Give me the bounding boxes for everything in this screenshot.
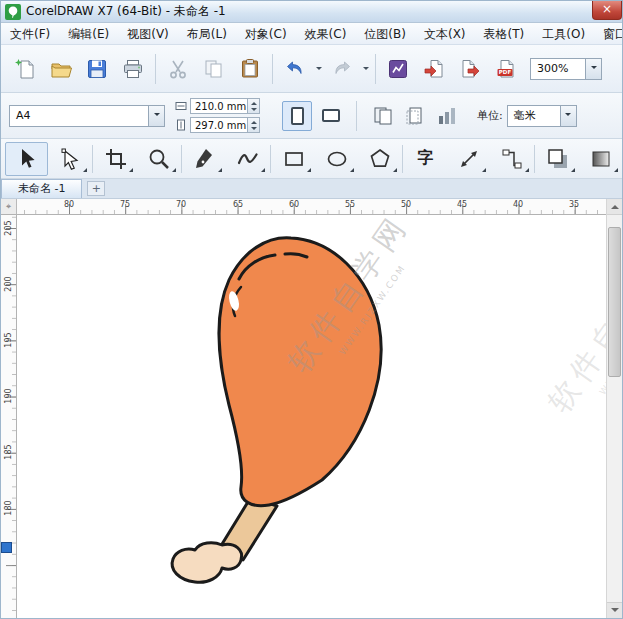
connector-tool[interactable] — [490, 142, 533, 176]
page-width-field[interactable]: 210.0 mm — [190, 98, 260, 114]
drawing-canvas[interactable]: 软件自学网 WWW.RJZXW.COM 软件自学网 WWW.RJZXW.COM — [17, 215, 606, 618]
drumstick-drawing[interactable] — [17, 215, 606, 618]
pick-tool[interactable] — [5, 142, 48, 176]
apply-current-page-button[interactable] — [399, 100, 431, 132]
paste-button[interactable] — [232, 51, 268, 87]
ellipse-tool[interactable] — [315, 142, 358, 176]
redo-button[interactable] — [324, 51, 360, 87]
page-height-field[interactable]: 297.0 mm — [190, 117, 260, 133]
ruler-label: 185 — [4, 442, 13, 462]
chevron-down-icon[interactable] — [585, 59, 601, 79]
toolbar-separator — [375, 54, 376, 84]
crop-tool[interactable] — [94, 142, 137, 176]
import-button[interactable] — [416, 51, 452, 87]
freehand-pen-tool[interactable] — [183, 142, 226, 176]
menu-item[interactable]: 工具(O) — [533, 23, 594, 45]
apply-all-pages-button[interactable] — [367, 100, 399, 132]
title-bar[interactable]: CorelDRAW X7 (64-Bit) - 未命名 -1 × — [1, 1, 622, 23]
scrollbar-thumb[interactable] — [608, 227, 621, 377]
save-button[interactable] — [79, 51, 115, 87]
new-document-button[interactable] — [7, 51, 43, 87]
horizontal-ruler[interactable]: 80757065605550454035 — [17, 199, 606, 215]
units-select[interactable]: 毫米 — [507, 105, 577, 127]
landscape-button[interactable] — [316, 101, 346, 131]
toolbar-separator — [155, 54, 156, 84]
portrait-button[interactable] — [282, 101, 312, 131]
text-tool[interactable]: 字 — [404, 142, 447, 176]
ruler-label: 70 — [176, 200, 186, 209]
zoom-level-select[interactable]: 300% — [530, 58, 602, 80]
coreldraw-window: CorelDRAW X7 (64-Bit) - 未命名 -1 × 文件(F) 编… — [0, 0, 623, 619]
menu-item[interactable]: 布局(L) — [178, 23, 236, 45]
toolbar-separator — [272, 54, 273, 84]
page-height-stepper[interactable] — [247, 118, 259, 132]
shape-tool[interactable] — [48, 142, 91, 176]
drop-shadow-tool[interactable] — [536, 142, 579, 176]
search-content-button[interactable] — [380, 51, 416, 87]
close-button[interactable]: × — [592, 1, 622, 20]
toolbox-separator — [270, 145, 271, 173]
ruler-label: 40 — [513, 200, 523, 209]
menu-item[interactable]: 位图(B) — [355, 23, 415, 45]
shape-arrow-icon — [58, 147, 82, 171]
document-tab[interactable]: 未命名 -1 — [1, 179, 82, 198]
menu-item[interactable]: 效果(C) — [296, 23, 356, 45]
toolbox-separator — [181, 145, 182, 173]
ruler-label: 180 — [4, 498, 13, 518]
open-button[interactable] — [43, 51, 79, 87]
ruler-label: 80 — [64, 200, 74, 209]
flyout-indicator — [307, 168, 311, 172]
left-edge-blue-marker — [1, 542, 12, 553]
squiggle-icon — [236, 147, 260, 171]
menu-item[interactable]: 表格(T) — [475, 23, 534, 45]
menu-item[interactable]: 窗口(W) — [594, 23, 623, 45]
toolbar-separator — [356, 101, 357, 131]
artistic-media-tool[interactable] — [226, 142, 269, 176]
dimension-tool[interactable] — [447, 142, 490, 176]
undo-button[interactable] — [277, 51, 313, 87]
menu-item[interactable]: 编辑(E) — [59, 23, 118, 45]
redo-dropdown[interactable] — [360, 51, 371, 87]
polygon-tool[interactable] — [358, 142, 401, 176]
page-height-icon — [175, 119, 187, 131]
page-width-stepper[interactable] — [247, 99, 259, 113]
toolbox-separator — [92, 145, 93, 173]
polygon-icon — [368, 147, 392, 171]
drumstick-body[interactable] — [219, 238, 381, 506]
page-size-select[interactable]: A4 — [9, 105, 165, 127]
scroll-up-button[interactable] — [607, 199, 622, 215]
menu-item[interactable]: 文件(F) — [1, 23, 59, 45]
menu-item[interactable]: 视图(V) — [118, 23, 178, 45]
ruler-origin-corner[interactable]: ⌖ — [1, 199, 17, 215]
standard-toolbar: PDF 300% — [1, 45, 622, 93]
property-bar: A4 210.0 mm 297.0 mm — [1, 93, 622, 139]
page-width-value: 210.0 mm — [195, 101, 246, 112]
chevron-down-icon[interactable] — [560, 106, 576, 126]
ruler-label: 65 — [233, 200, 243, 209]
zoom-tool[interactable] — [137, 142, 180, 176]
ruler-label: 205 — [4, 218, 13, 238]
vertical-scrollbar[interactable] — [606, 199, 622, 618]
print-button[interactable] — [115, 51, 151, 87]
cut-button[interactable] — [160, 51, 196, 87]
transparency-tool[interactable] — [579, 142, 622, 176]
units-value: 毫米 — [514, 108, 536, 123]
document-tab-bar: 未命名 -1 + — [1, 179, 622, 199]
menu-item[interactable]: 对象(C) — [236, 23, 296, 45]
vertical-ruler[interactable]: 205200195190185180 — [1, 215, 17, 618]
portrait-icon — [291, 107, 304, 125]
drumstick-bone-knob[interactable] — [172, 543, 241, 583]
menu-item[interactable]: 文本(X) — [415, 23, 475, 45]
ruler-label: 75 — [120, 200, 130, 209]
transparency-icon — [589, 147, 613, 171]
export-button[interactable] — [452, 51, 488, 87]
new-tab-button[interactable]: + — [87, 181, 105, 196]
undo-dropdown[interactable] — [313, 51, 324, 87]
rectangle-tool[interactable] — [272, 142, 315, 176]
chevron-down-icon[interactable] — [148, 106, 164, 126]
scroll-down-button[interactable] — [607, 602, 622, 618]
copy-button[interactable] — [196, 51, 232, 87]
publish-pdf-button[interactable]: PDF — [488, 51, 524, 87]
drawing-units-button[interactable] — [431, 100, 463, 132]
ruler-label: 195 — [4, 330, 13, 350]
